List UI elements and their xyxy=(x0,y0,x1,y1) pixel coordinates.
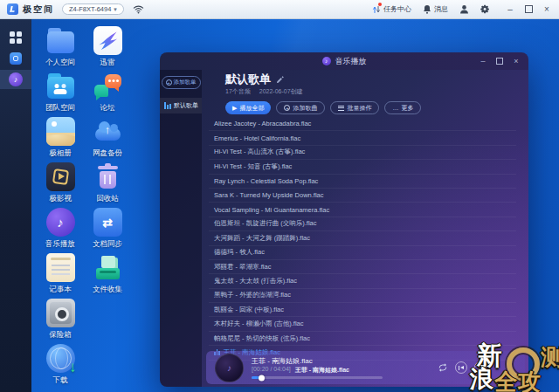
previous-track-button[interactable] xyxy=(455,361,467,374)
play-all-button[interactable]: ▶ 播放全部 xyxy=(225,101,271,114)
progress-slider[interactable] xyxy=(252,376,383,379)
song-row[interactable]: 德德玛 - 牧人.flac xyxy=(209,246,516,260)
list-icon xyxy=(338,106,344,111)
song-row[interactable]: 大河舞蹈 - 大河之舞 (踢踏舞).flac xyxy=(209,231,516,245)
song-title: 凯丽金 - 回家 (中板).flac xyxy=(214,306,284,314)
app-label: 文档同步 xyxy=(93,239,122,250)
safe-icon xyxy=(46,299,75,327)
more-button[interactable]: … 更多 xyxy=(384,101,421,114)
desktop-icon[interactable]: ↑ 网盘备份 xyxy=(82,117,133,162)
player-track-title: 王菲 - 南海姑娘.flac xyxy=(252,356,313,366)
user-account-button[interactable] xyxy=(459,4,469,14)
song-title: Hi-Vi Test - 知音 (古筝).flac xyxy=(214,162,292,171)
desktop-icon[interactable]: ↓ 下载 xyxy=(35,344,86,389)
song-row[interactable]: 凯丽金 - 回家 (中板).flac xyxy=(209,303,516,317)
messages-button[interactable]: 消息 xyxy=(423,4,448,14)
desktop-icon[interactable]: 保险箱 xyxy=(35,299,86,344)
song-row[interactable]: Vocal Sampling - Mi Guantanamera.flac xyxy=(209,203,516,217)
app-label: 极影视 xyxy=(49,194,72,204)
add-songs-button[interactable]: + 添加歌曲 xyxy=(276,101,325,114)
window-title: 音乐播放 xyxy=(335,56,367,67)
window-maximize-button[interactable] xyxy=(495,57,504,65)
song-row[interactable]: Sara K - Turned My Upside Down.flac xyxy=(209,189,516,203)
music-note-icon: ♪ xyxy=(9,72,23,86)
window-title-bar[interactable]: ♪ 音乐播放 – × xyxy=(160,52,528,70)
song-row[interactable]: 黑鸭子 - 外婆的澎湖湾.flac xyxy=(209,289,516,303)
zspace-logo-icon xyxy=(7,3,18,15)
app-label: 网盘备份 xyxy=(93,148,122,159)
repeat-button[interactable] xyxy=(438,363,448,372)
maximize-button[interactable] xyxy=(523,4,534,15)
play-icon: ▶ xyxy=(232,105,237,112)
chevron-down-icon: ▾ xyxy=(114,6,117,13)
close-button[interactable]: × xyxy=(542,4,552,15)
app-window-icon xyxy=(10,52,22,65)
folder-personal-icon xyxy=(46,26,75,55)
song-list: Alizee Jacotey - Abracadabra.flac Emeriu… xyxy=(202,117,528,387)
desktop-icon[interactable]: 论坛 xyxy=(82,72,133,117)
song-row[interactable]: Alizee Jacotey - Abracadabra.flac xyxy=(209,117,516,131)
dock-music-app-button[interactable]: ♪ xyxy=(0,70,31,89)
music-app-icon: ♪ xyxy=(322,57,331,65)
edit-pencil-icon[interactable] xyxy=(276,76,284,84)
song-title: 黑鸭子 - 外婆的澎湖湾.flac xyxy=(214,291,291,299)
dock-apps-grid-button[interactable] xyxy=(0,28,31,47)
repeat-icon xyxy=(438,363,448,372)
pause-icon xyxy=(479,366,483,370)
desktop-icon[interactable]: ♪ 音乐播放 xyxy=(35,208,86,253)
app-label: 下载 xyxy=(53,375,68,386)
desktop-icon[interactable]: 迅雷 xyxy=(82,26,133,72)
song-title: 木村好夫 - 柳濑小雨 (吉他).flac xyxy=(214,320,304,328)
playlist-track-count: 17个音频 xyxy=(225,87,251,96)
dock-running-app-button[interactable] xyxy=(0,49,31,68)
player-time: [00:20 / 04:04] xyxy=(252,366,291,375)
song-row[interactable]: 木村好夫 - 柳濑小雨 (吉他).flac xyxy=(209,317,516,331)
system-top-bar: 极空间 Z4-F8XT-6494 ▾ 任务中心 消息 – × xyxy=(0,0,559,19)
dock-strip: ♪ xyxy=(0,19,31,392)
desktop-icons-right-column: 迅雷 论坛 ↑ 网盘备份 回收站 ⇄ 文档同步 文件收集 xyxy=(82,26,133,299)
song-row[interactable]: Emerius - Hotel California.flac xyxy=(209,131,516,145)
wifi-icon xyxy=(133,4,144,14)
window-close-button[interactable]: × xyxy=(512,57,521,65)
desktop-icon[interactable]: 极影视 xyxy=(35,162,86,208)
forum-icon xyxy=(93,72,122,100)
playlist-title: 默认歌单 xyxy=(225,73,271,86)
window-minimize-button[interactable]: – xyxy=(479,57,487,65)
desktop-icon[interactable]: 个人空间 xyxy=(35,26,86,72)
desktop-icon[interactable]: 团队空间 xyxy=(35,72,86,117)
player-now-playing: 王菲 - 南海姑娘.flac xyxy=(295,366,349,375)
settings-button[interactable] xyxy=(480,4,490,14)
playlist-icon xyxy=(164,102,171,109)
song-row[interactable]: Hi-Vi Test - 知音 (古筝).flac xyxy=(209,160,516,174)
add-playlist-label: 添加歌单 xyxy=(174,79,197,86)
sidebar-item-default-playlist[interactable]: 默认歌单 xyxy=(160,98,202,113)
cloud-backup-icon: ↑ xyxy=(93,117,122,146)
desktop-icon[interactable]: ⇄ 文档同步 xyxy=(82,208,133,253)
task-center-button[interactable]: 任务中心 xyxy=(372,4,411,14)
batch-operations-button[interactable]: 批量操作 xyxy=(330,101,379,114)
pause-button[interactable] xyxy=(474,361,487,374)
bell-icon xyxy=(423,4,431,14)
device-selector[interactable]: Z4-F8XT-6494 ▾ xyxy=(62,3,124,15)
download-icon: ↓ xyxy=(46,344,75,373)
song-row[interactable]: 鬼太鼓 - 大太鼓 (打击乐).flac xyxy=(209,274,516,288)
song-row[interactable]: 帕格尼尼 - 热切的快板 (弦乐).flac xyxy=(209,332,516,346)
folder-team-icon xyxy=(46,72,75,100)
desktop-icon[interactable]: 文件收集 xyxy=(82,253,133,299)
messages-label: 消息 xyxy=(434,4,448,14)
plus-circle-icon: + xyxy=(166,79,172,86)
music-icon: ♪ xyxy=(46,208,75,237)
minimize-button[interactable]: – xyxy=(505,4,515,15)
desktop-icon[interactable]: 记事本 xyxy=(35,253,86,299)
song-title: Ray Lynch - Celestial Soda Pop.flac xyxy=(214,177,318,185)
song-title: Emerius - Hotel California.flac xyxy=(214,134,300,142)
progress-knob[interactable] xyxy=(259,375,265,381)
song-row[interactable]: 邓丽君 - 翠湖寒.flac xyxy=(209,260,516,274)
desktop-icon[interactable]: 回收站 xyxy=(82,162,133,208)
song-title: 帕格尼尼 - 热切的快板 (弦乐).flac xyxy=(214,334,310,343)
song-row[interactable]: 伯恩斯坦 - 凯旋进行曲 (交响乐).flac xyxy=(209,217,516,231)
desktop-icon[interactable]: 极相册 xyxy=(35,117,86,162)
song-row[interactable]: Hi-Vi Test - 高山流水 (古筝).flac xyxy=(209,146,516,160)
song-row[interactable]: Ray Lynch - Celestial Soda Pop.flac xyxy=(209,175,516,189)
add-playlist-button[interactable]: + 添加歌单 xyxy=(162,76,201,89)
